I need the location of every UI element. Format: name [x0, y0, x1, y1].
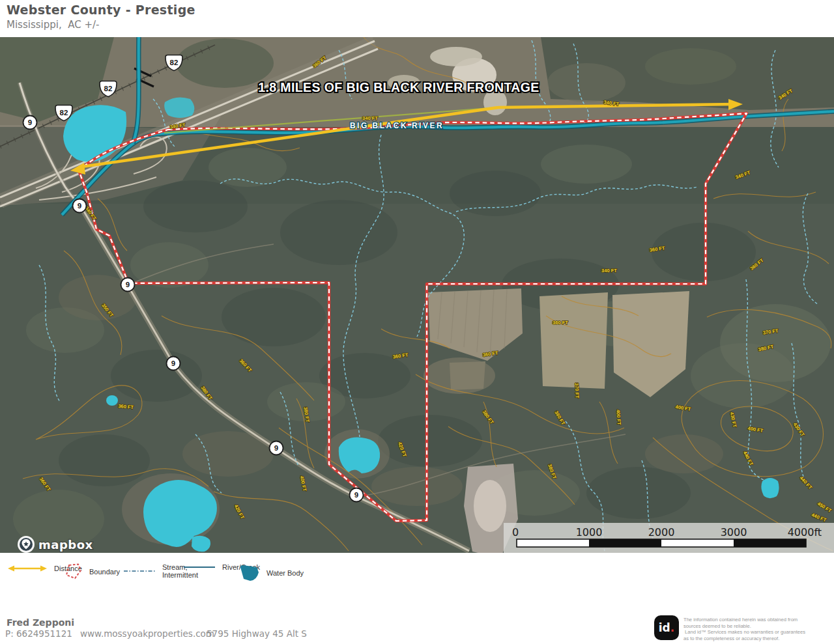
legend-item-water: Water Body: [238, 563, 304, 583]
page: Webster County - Prestige Mississippi, A…: [0, 0, 834, 644]
svg-text:9: 9: [171, 359, 175, 367]
legend-swatch-stream: [122, 568, 156, 574]
land-id-logo-dot: .: [670, 621, 674, 634]
contour-label: 340 FT: [601, 268, 617, 273]
scale-tick-label: 2000: [648, 526, 675, 539]
footer: Fred Zepponi P: 6624951121 www.mossyoakp…: [0, 591, 834, 644]
contour-label: 370 FT: [574, 383, 581, 399]
agent-website: www.mossyoakproperties.com: [80, 628, 214, 639]
map-legend: DistanceBoundaryStream,IntermittentRiver…: [0, 553, 834, 591]
state-route-shield: 9: [73, 199, 87, 213]
contour-label: 340 FT: [362, 115, 378, 121]
legend-swatch-distance: [7, 563, 48, 574]
state-route-shield: 9: [121, 278, 135, 292]
page-subtitle: Mississippi, AC +/-: [7, 19, 834, 31]
legend-label: Boundary: [89, 568, 120, 576]
water-body: [339, 438, 380, 473]
contour-label: 400 FT: [615, 410, 622, 426]
svg-text:82: 82: [60, 109, 68, 117]
legend-item-boundary: Boundary: [64, 563, 120, 580]
land-id-logo-text: id: [659, 621, 670, 634]
svg-text:9: 9: [28, 119, 32, 126]
scale-bar: 01000200030004000ft: [504, 523, 834, 553]
state-route-shield: 9: [270, 441, 283, 455]
legend-swatch-water: [238, 563, 261, 583]
contour-label: 360 FT: [553, 320, 568, 326]
mapbox-logo[interactable]: mapbox: [18, 536, 93, 553]
property-map: 360 FT340 FT340 FT340 FT340 FT340 FT360 …: [0, 37, 834, 553]
svg-text:82: 82: [170, 59, 179, 66]
legend-swatch-river: [182, 564, 216, 570]
header: Webster County - Prestige Mississippi, A…: [0, 0, 834, 37]
legend-label: Water Body: [266, 569, 304, 577]
svg-text:82: 82: [104, 85, 113, 92]
mapbox-wordmark: mapbox: [38, 538, 93, 552]
water-body: [164, 97, 194, 118]
legend-swatch-boundary: [64, 563, 83, 580]
svg-text:9: 9: [78, 202, 81, 210]
scale-tick-label: 1000: [576, 526, 603, 539]
state-route-shield: 9: [23, 116, 37, 130]
state-route-shield: 9: [350, 488, 364, 502]
agent-address: 5795 Highway 45 Alt S: [207, 628, 307, 639]
river-label: BIG BLACK RIVER: [350, 121, 444, 130]
disclaimer: id. The information contained herein was…: [654, 615, 830, 641]
state-route-shield: 9: [167, 357, 180, 371]
water-body: [192, 536, 210, 552]
agent-phone: P: 6624951121: [5, 628, 72, 639]
agent-name: Fred Zepponi: [7, 617, 74, 628]
water-body: [106, 395, 118, 406]
svg-text:9: 9: [354, 491, 358, 499]
map-canvas: 360 FT340 FT340 FT340 FT340 FT340 FT360 …: [0, 37, 834, 553]
frontage-banner: 1.8 MILES OF BIG BLACK RIVER FRONTAGE: [258, 80, 539, 94]
disclaimer-text: The information contained herein was obt…: [683, 615, 805, 641]
scale-tick-label: 0: [512, 526, 519, 539]
page-title: Webster County - Prestige: [7, 3, 834, 17]
land-id-logo: id.: [654, 615, 679, 640]
scale-tick-label: 4000ft: [788, 526, 822, 539]
water-body: [761, 478, 779, 498]
svg-text:9: 9: [126, 281, 130, 288]
svg-text:9: 9: [274, 444, 278, 452]
scale-tick-label: 3000: [721, 526, 747, 539]
